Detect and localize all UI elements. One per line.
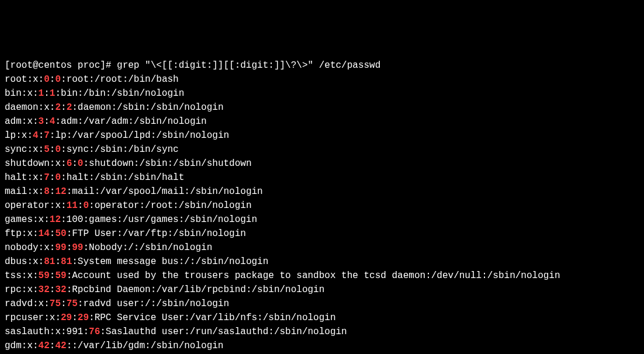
text-segment: : xyxy=(50,284,56,295)
text-segment: : xyxy=(50,186,56,197)
text-segment: :halt:/sbin:/sbin/halt xyxy=(61,172,184,183)
text-segment: :100:games:/usr/games:/sbin/nologin xyxy=(61,214,257,225)
output-line: mail:x:8:12:mail:/var/spool/mail:/sbin/n… xyxy=(5,185,639,199)
text-segment: : xyxy=(50,144,56,155)
terminal-output: [root@centos proc]# grep "\<[[:digit:]][… xyxy=(5,58,639,354)
output-line: rpc:x:32:32:Rpcbind Daemon:/var/lib/rpcb… xyxy=(5,283,639,297)
text-segment: :sync:/sbin:/bin/sync xyxy=(61,144,179,155)
text-segment: nobody:x: xyxy=(5,242,55,253)
grep-match: 12 xyxy=(55,186,66,197)
grep-match: 7 xyxy=(44,172,50,183)
grep-match: 29 xyxy=(61,313,72,323)
text-segment: :shutdown:/sbin:/sbin/shutdown xyxy=(83,158,251,169)
text-segment: : xyxy=(72,158,78,169)
text-segment: :Account used by the trousers package to… xyxy=(67,270,560,281)
text-segment: : xyxy=(50,74,56,85)
text-segment: :adm:/var/adm:/sbin/nologin xyxy=(55,116,206,127)
grep-match: 7 xyxy=(44,130,50,141)
grep-match: 32 xyxy=(39,284,50,295)
text-segment: adm:x: xyxy=(5,116,39,127)
text-segment: dbus:x: xyxy=(5,256,44,267)
grep-match: 29 xyxy=(78,313,89,323)
grep-match: 59 xyxy=(39,270,50,281)
grep-match: 0 xyxy=(78,158,84,169)
text-segment: rpcuser:x: xyxy=(5,313,61,323)
output-line: bin:x:1:1:bin:/bin:/sbin/nologin xyxy=(5,86,639,100)
grep-match: 42 xyxy=(39,341,50,351)
grep-match: 2 xyxy=(55,102,61,113)
grep-match: 32 xyxy=(55,284,66,295)
grep-match: 3 xyxy=(39,116,44,127)
text-segment: :Saslauthd user:/run/saslauthd:/sbin/nol… xyxy=(100,327,347,337)
text-segment: :lp:/var/spool/lpd:/sbin/nologin xyxy=(50,130,229,141)
text-segment: mail:x: xyxy=(5,186,44,197)
grep-match: 6 xyxy=(67,158,72,169)
text-segment: : xyxy=(39,130,44,141)
grep-match: 59 xyxy=(55,270,66,281)
output-line: root:x:0:0:root:/root:/bin/bash xyxy=(5,72,639,86)
grep-match: 12 xyxy=(50,214,61,225)
text-segment: : xyxy=(44,116,50,127)
grep-match: 11 xyxy=(67,200,78,211)
text-segment: :root:/root:/bin/bash xyxy=(61,74,179,85)
text-segment: lp:x: xyxy=(5,130,33,141)
text-segment: operator:x: xyxy=(5,200,67,211)
text-segment: games:x: xyxy=(5,214,50,225)
grep-match: 1 xyxy=(39,88,44,99)
text-segment: : xyxy=(50,270,56,281)
grep-match: 0 xyxy=(55,74,61,85)
grep-match: 0 xyxy=(83,200,89,211)
output-line: ftp:x:14:50:FTP User:/var/ftp:/sbin/nolo… xyxy=(5,227,639,241)
text-segment: : xyxy=(44,88,50,99)
grep-match: 4 xyxy=(50,116,56,127)
grep-match: 76 xyxy=(89,327,100,337)
output-line: lp:x:4:7:lp:/var/spool/lpd:/sbin/nologin xyxy=(5,129,639,143)
text-segment: :Nobody:/:/sbin/nologin xyxy=(83,242,212,253)
text-segment: root:x: xyxy=(5,74,44,85)
command-prompt: [root@centos proc]# grep "\<[[:digit:]][… xyxy=(5,58,639,72)
text-segment: daemon:x: xyxy=(5,102,55,113)
output-line: gdm:x:42:42::/var/lib/gdm:/sbin/nologin xyxy=(5,339,639,353)
output-line: daemon:x:2:2:daemon:/sbin:/sbin/nologin xyxy=(5,100,639,114)
text-segment: :operator:/root:/sbin/nologin xyxy=(89,200,251,211)
grep-match: 81 xyxy=(61,256,72,267)
output-line: operator:x:11:0:operator:/root:/sbin/nol… xyxy=(5,199,639,213)
grep-match: 99 xyxy=(72,242,83,253)
grep-match: 99 xyxy=(55,242,66,253)
text-segment: :RPC Service User:/var/lib/nfs:/sbin/nol… xyxy=(89,313,335,323)
text-segment: :daemon:/sbin:/sbin/nologin xyxy=(72,102,223,113)
output-line: games:x:12:100:games:/usr/games:/sbin/no… xyxy=(5,213,639,227)
grep-match: 14 xyxy=(39,228,50,239)
text-segment: ftp:x: xyxy=(5,228,39,239)
text-segment: : xyxy=(61,299,67,309)
text-segment: shutdown:x: xyxy=(5,158,67,169)
text-segment: gdm:x: xyxy=(5,341,39,351)
text-segment: sync:x: xyxy=(5,144,44,155)
output-line: dbus:x:81:81:System message bus:/:/sbin/… xyxy=(5,255,639,269)
text-segment: :bin:/bin:/sbin/nologin xyxy=(55,88,184,99)
text-segment: rpc:x: xyxy=(5,284,39,295)
text-segment: radvd:x: xyxy=(5,299,50,309)
text-segment: :Rpcbind Daemon:/var/lib/rpcbind:/sbin/n… xyxy=(67,284,325,295)
grep-match: 0 xyxy=(44,74,50,85)
grep-match: 0 xyxy=(55,144,61,155)
text-segment: :mail:/var/spool/mail:/sbin/nologin xyxy=(67,186,263,197)
output-line: sync:x:5:0:sync:/sbin:/bin/sync xyxy=(5,143,639,157)
text-segment: : xyxy=(50,228,56,239)
text-segment: ::/var/lib/gdm:/sbin/nologin xyxy=(67,341,224,351)
grep-match: 81 xyxy=(44,256,55,267)
grep-match: 75 xyxy=(67,299,78,309)
text-segment: : xyxy=(78,200,84,211)
output-line: saslauth:x:991:76:Saslauthd user:/run/sa… xyxy=(5,325,639,339)
text-segment: :System message bus:/:/sbin/nologin xyxy=(72,256,268,267)
text-segment: : xyxy=(67,242,72,253)
grep-match: 5 xyxy=(44,144,50,155)
text-segment: :radvd user:/:/sbin/nologin xyxy=(78,299,229,309)
output-line: rpcuser:x:29:29:RPC Service User:/var/li… xyxy=(5,311,639,325)
text-segment: saslauth:x:991: xyxy=(5,327,89,337)
grep-match: 1 xyxy=(50,88,56,99)
text-segment: : xyxy=(50,341,56,351)
grep-match: 75 xyxy=(50,299,61,309)
grep-match: 0 xyxy=(55,172,61,183)
output-line: adm:x:3:4:adm:/var/adm:/sbin/nologin xyxy=(5,114,639,129)
